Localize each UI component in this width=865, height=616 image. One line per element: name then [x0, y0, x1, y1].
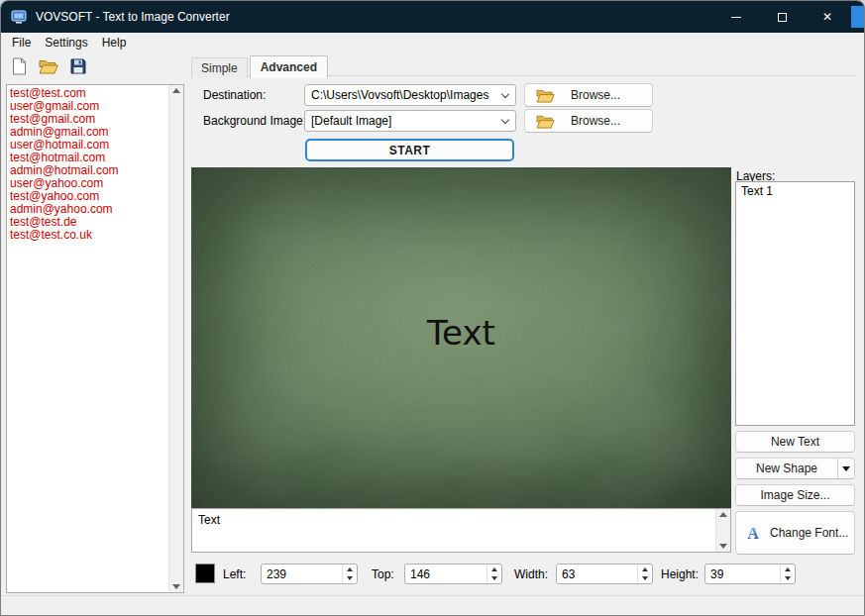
- svg-text:A: A: [747, 525, 759, 542]
- destination-value: C:\Users\Vovsoft\Desktop\Images: [305, 88, 495, 102]
- spin-up-button[interactable]: [781, 565, 795, 574]
- new-file-icon: [12, 57, 27, 75]
- height-input[interactable]: [705, 565, 780, 583]
- app-window: VOVSOFT - Text to Image Converter ✕ File…: [0, 0, 865, 616]
- chevron-down-icon: [495, 120, 515, 123]
- close-icon: ✕: [822, 11, 832, 23]
- preview-canvas[interactable]: Text: [191, 167, 731, 508]
- tab-bar: Simple Advanced: [191, 55, 330, 78]
- tab-simple[interactable]: Simple: [191, 57, 248, 78]
- spin-up-button[interactable]: [487, 565, 501, 574]
- minimize-icon: [731, 17, 741, 18]
- folder-icon: [536, 88, 555, 103]
- layer-item[interactable]: Text 1: [736, 182, 854, 200]
- status-bar: [1, 595, 864, 615]
- dropdown-arrow-icon: [842, 466, 850, 471]
- spinner-arrows: [637, 565, 652, 583]
- email-list-item[interactable]: test@test.co.uk: [7, 229, 183, 242]
- menu-bar: File Settings Help: [1, 33, 864, 51]
- background-window-fragment: [851, 6, 864, 28]
- spin-down-button[interactable]: [487, 574, 501, 584]
- new-file-button[interactable]: [6, 53, 32, 79]
- titlebar: VOVSOFT - Text to Image Converter ✕: [1, 1, 864, 33]
- menu-item-help[interactable]: Help: [95, 34, 134, 51]
- close-button[interactable]: ✕: [805, 1, 850, 33]
- scroll-down-icon[interactable]: [719, 544, 727, 549]
- width-input[interactable]: [557, 565, 637, 583]
- color-swatch[interactable]: [195, 564, 215, 583]
- spin-up-button[interactable]: [638, 565, 652, 574]
- background-image-value: [Default Image]: [305, 114, 495, 128]
- folder-icon: [536, 114, 555, 129]
- change-font-button[interactable]: A Change Font...: [735, 511, 855, 555]
- spin-down-button[interactable]: [343, 574, 357, 584]
- menu-item-file[interactable]: File: [5, 34, 38, 51]
- left-label: Left:: [223, 567, 246, 581]
- menu-item-settings[interactable]: Settings: [38, 34, 94, 51]
- browse-button-label: Browse...: [571, 88, 620, 102]
- left-spinner[interactable]: [261, 564, 358, 584]
- app-icon: [11, 9, 27, 25]
- font-icon: A: [744, 524, 762, 542]
- scroll-down-icon[interactable]: [172, 584, 180, 589]
- toolbar: [1, 51, 864, 81]
- spinner-arrows: [342, 565, 357, 583]
- open-file-button[interactable]: [36, 53, 61, 79]
- email-list: test@test.com user@gmail.com test@gmail.…: [6, 84, 184, 593]
- new-text-button[interactable]: New Text: [735, 431, 855, 453]
- browse-button-label: Browse...: [571, 114, 620, 128]
- height-spinner[interactable]: [704, 564, 796, 584]
- new-shape-label: New Shape: [736, 462, 837, 475]
- maximize-icon: [778, 13, 787, 22]
- editor-scrollbar[interactable]: [715, 509, 730, 552]
- window-controls: ✕: [713, 1, 850, 33]
- background-browse-button[interactable]: Browse...: [524, 109, 653, 133]
- background-image-combobox[interactable]: [Default Image]: [304, 110, 516, 132]
- change-font-label: Change Font...: [770, 526, 848, 540]
- spinner-arrows: [487, 565, 501, 583]
- new-shape-button[interactable]: New Shape: [735, 458, 855, 479]
- spinner-arrows: [780, 565, 795, 583]
- background-image-label: Background Image:: [203, 114, 306, 128]
- layers-list: Text 1: [735, 181, 855, 426]
- start-button[interactable]: START: [305, 139, 514, 161]
- text-input-value: Text: [192, 509, 730, 531]
- destination-browse-button[interactable]: Browse...: [524, 83, 653, 107]
- scroll-up-icon[interactable]: [172, 88, 180, 93]
- destination-label: Destination:: [203, 88, 266, 102]
- open-folder-icon: [39, 58, 58, 74]
- top-label: Top:: [372, 567, 394, 581]
- top-input[interactable]: [405, 565, 487, 583]
- spin-up-button[interactable]: [343, 565, 357, 574]
- email-list-scrollbar[interactable]: [168, 85, 183, 592]
- save-button[interactable]: [65, 53, 91, 79]
- height-label: Height:: [661, 567, 699, 581]
- top-spinner[interactable]: [404, 564, 502, 584]
- width-spinner[interactable]: [556, 564, 653, 584]
- window-title: VOVSOFT - Text to Image Converter: [36, 10, 230, 24]
- image-size-button[interactable]: Image Size...: [735, 484, 855, 506]
- tab-advanced[interactable]: Advanced: [250, 55, 328, 78]
- scroll-up-icon[interactable]: [719, 512, 727, 517]
- spin-down-button[interactable]: [638, 574, 652, 584]
- preview-text-layer[interactable]: Text: [427, 313, 495, 353]
- left-input[interactable]: [262, 565, 342, 583]
- maximize-button[interactable]: [759, 1, 805, 33]
- chevron-down-icon: [495, 94, 515, 97]
- save-icon: [70, 58, 86, 74]
- spin-down-button[interactable]: [781, 574, 795, 584]
- new-shape-dropdown-button[interactable]: [837, 459, 854, 478]
- minimize-button[interactable]: [713, 1, 759, 33]
- destination-combobox[interactable]: C:\Users\Vovsoft\Desktop\Images: [304, 84, 516, 106]
- width-label: Width:: [514, 567, 548, 581]
- text-input[interactable]: Text: [191, 508, 731, 553]
